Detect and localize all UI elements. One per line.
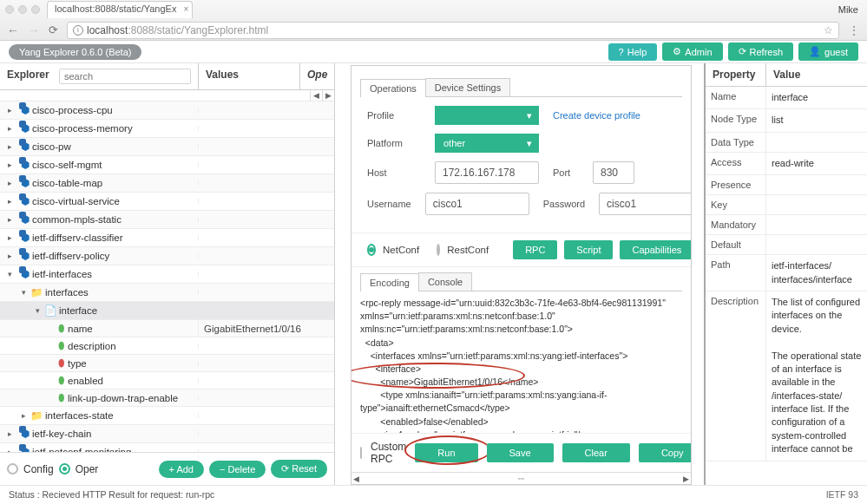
tree-row[interactable]: ▸⬢ cisco-pw (0, 138, 334, 156)
tree-row[interactable]: ▸⬢ ietf-netconf-monitoring (0, 443, 334, 452)
tab-console[interactable]: Console (418, 272, 472, 291)
caret-icon[interactable]: ▾ (20, 288, 28, 297)
tree-row[interactable]: ▸⬢ ietf-diffserv-classifier (0, 229, 334, 247)
guest-button[interactable]: 👤guest (798, 43, 858, 61)
property-value (766, 235, 867, 254)
profile-name[interactable]: Mike (838, 4, 858, 15)
caret-icon[interactable]: ▸ (6, 179, 14, 187)
caret-icon[interactable]: ▸ (20, 411, 28, 420)
run-button[interactable]: Run (415, 443, 477, 462)
node-value (198, 396, 334, 401)
caret-icon[interactable]: ▸ (6, 197, 14, 206)
caret-icon[interactable]: ▸ (6, 160, 14, 169)
tab-operations[interactable]: Operations (360, 79, 426, 97)
caret-icon[interactable]: ▸ (6, 142, 14, 151)
close-icon[interactable]: × (184, 4, 189, 14)
refresh-button[interactable]: ⟳Refresh (728, 43, 794, 61)
url-port: :8088 (128, 24, 154, 36)
col-right-icon[interactable]: ▶ (322, 90, 334, 101)
browser-menu-icon[interactable]: ⋮ (848, 23, 860, 37)
caret-icon[interactable]: ▸ (6, 429, 14, 438)
node-label: ietf-diffserv-policy (32, 251, 109, 261)
tree-row[interactable]: ▸⬢ cisco-process-memory (0, 120, 334, 138)
tree-row[interactable]: ▸⬢ ietf-diffserv-policy (0, 247, 334, 265)
node-label: cisco-self-mgmt (32, 160, 102, 170)
caret-icon[interactable]: ▸ (6, 252, 14, 260)
restconf-label: RestConf (447, 245, 489, 255)
horizontal-scrollbar[interactable]: ◀▪▪▪▶ (351, 472, 691, 484)
copy-button[interactable]: Copy (639, 443, 692, 462)
netconf-radio[interactable] (367, 244, 376, 256)
tree-row[interactable]: ⬮ enabled (0, 372, 334, 389)
tree-row[interactable]: ⬮ nameGigabitEthernet1/0/16 (0, 320, 334, 337)
url-path: /static/YangExplorer.html (154, 24, 268, 36)
add-button[interactable]: + Add (159, 461, 204, 478)
tree-row[interactable]: ▸⬢ cisco-virtual-service (0, 193, 334, 211)
tree-row[interactable]: ▸⬢ cisco-process-cpu (0, 101, 334, 120)
host-input[interactable] (435, 161, 539, 184)
tree-row[interactable]: ▸⬢ ietf-key-chain (0, 425, 334, 443)
site-info-icon[interactable]: i (73, 25, 83, 36)
tree-row[interactable]: ▸⬢ common-mpls-static (0, 211, 334, 229)
col-left-icon[interactable]: ◀ (310, 90, 322, 101)
tree-row[interactable]: ⬮ description (0, 337, 334, 355)
node-label: interfaces-state (45, 410, 114, 421)
yang-tree[interactable]: ▸⬢ cisco-process-cpu▸⬢ cisco-process-mem… (0, 101, 334, 452)
delete-button[interactable]: − Delete (209, 461, 266, 478)
reload-icon[interactable]: ⟳ (49, 23, 58, 36)
caret-icon[interactable]: ▾ (6, 270, 14, 278)
address-bar[interactable]: i localhost:8088/static/YangExplorer.htm… (67, 22, 839, 39)
node-value (198, 235, 334, 240)
tree-row[interactable]: ▸⬢ cisco-self-mgmt (0, 156, 334, 174)
reset-button[interactable]: ⟳Reset (271, 460, 327, 478)
rpc-button[interactable]: RPC (513, 240, 557, 259)
value-header: Value (766, 63, 867, 86)
tree-row[interactable]: ⬮ link-up-down-trap-enable (0, 389, 334, 407)
property-row: Pathietf-interfaces/ interfaces/interfac… (706, 255, 867, 291)
search-input[interactable] (59, 69, 191, 84)
port-input[interactable] (593, 161, 634, 184)
back-icon[interactable]: ← (7, 23, 19, 37)
clear-button[interactable]: Clear (562, 443, 630, 462)
create-profile-link[interactable]: Create device profile (553, 110, 640, 121)
property-row: Nameinterface (706, 87, 867, 109)
values-header: Values (198, 63, 299, 89)
tree-row[interactable]: ▾⬢ ietf-interfaces (0, 265, 334, 284)
tree-row[interactable]: ⬮ type (0, 355, 334, 372)
custom-rpc-checkbox[interactable] (360, 447, 362, 459)
tree-row[interactable]: ▾📁 interfaces (0, 284, 334, 302)
tree-row[interactable]: ▾📄 interface (0, 302, 334, 320)
admin-button[interactable]: ⚙Admin (662, 43, 722, 61)
capabilities-button[interactable]: Capabilities (620, 240, 692, 259)
help-button[interactable]: ?Help (608, 43, 658, 61)
profile-select[interactable] (435, 106, 539, 125)
console-output[interactable]: <rpc-reply message-id="urn:uuid:832c3b3c… (351, 291, 691, 433)
node-label: description (68, 341, 116, 351)
oper-radio[interactable] (59, 463, 70, 475)
window-controls[interactable] (5, 5, 40, 14)
forward-icon[interactable]: → (28, 23, 40, 37)
script-button[interactable]: Script (564, 240, 613, 259)
tab-encoding[interactable]: Encoding (360, 273, 419, 291)
tree-row[interactable]: ▸⬢ cisco-table-map (0, 174, 334, 193)
caret-icon[interactable]: ▸ (6, 233, 14, 242)
browser-tab[interactable]: localhost:8088/static/YangEx × (47, 1, 193, 18)
username-input[interactable] (425, 193, 529, 215)
restconf-radio[interactable] (437, 244, 440, 256)
property-value (766, 215, 867, 234)
config-radio[interactable] (7, 463, 18, 475)
caret-icon[interactable]: ▸ (6, 106, 14, 115)
password-input[interactable] (599, 193, 692, 215)
platform-select[interactable]: other (435, 134, 539, 153)
node-value (198, 272, 334, 277)
node-value (198, 126, 334, 131)
caret-icon[interactable]: ▸ (6, 124, 14, 133)
bookmark-icon[interactable]: ☆ (824, 24, 833, 36)
tab-device-settings[interactable]: Device Settings (425, 78, 510, 96)
save-button[interactable]: Save (487, 443, 554, 462)
property-key: Presence (706, 175, 766, 194)
tree-row[interactable]: ▸📁 interfaces-state (0, 407, 334, 425)
caret-icon[interactable]: ▾ (34, 306, 42, 315)
node-label: common-mpls-static (32, 214, 122, 225)
caret-icon[interactable]: ▸ (6, 215, 14, 224)
